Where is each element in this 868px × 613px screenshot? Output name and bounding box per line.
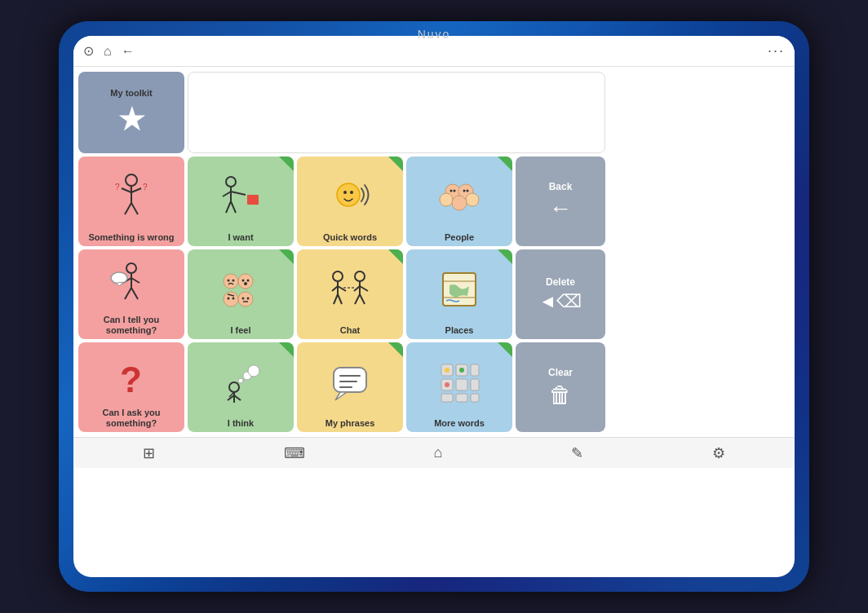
svg-point-0 bbox=[126, 174, 137, 186]
svg-point-26 bbox=[463, 190, 466, 192]
i-think-icon bbox=[191, 347, 290, 418]
more-options-icon[interactable]: ··· bbox=[768, 42, 785, 60]
delete-button[interactable]: Delete ◄⌫ bbox=[516, 249, 605, 339]
svg-point-91 bbox=[459, 368, 464, 373]
svg-point-46 bbox=[232, 298, 235, 300]
svg-line-14 bbox=[231, 201, 236, 213]
svg-text:?: ? bbox=[143, 183, 148, 192]
svg-point-68 bbox=[229, 382, 239, 392]
svg-text:?: ? bbox=[115, 183, 120, 192]
svg-line-61 bbox=[355, 294, 360, 304]
svg-point-28 bbox=[126, 263, 136, 273]
svg-point-57 bbox=[355, 271, 365, 281]
svg-line-54 bbox=[338, 286, 346, 291]
svg-rect-76 bbox=[334, 368, 366, 392]
i-feel-button[interactable]: I feel bbox=[188, 249, 294, 339]
quick-words-button[interactable]: Quick words bbox=[297, 157, 403, 246]
clear-button[interactable]: Clear 🗑 bbox=[516, 342, 605, 432]
people-icon bbox=[410, 161, 509, 232]
svg-point-43 bbox=[247, 280, 250, 282]
svg-line-4 bbox=[125, 203, 131, 214]
svg-point-22 bbox=[466, 193, 479, 206]
my-phrases-icon bbox=[300, 347, 400, 418]
i-feel-icon bbox=[191, 254, 290, 325]
circle-icon[interactable]: ⊙ bbox=[83, 43, 94, 59]
tablet-screen: ⊙ ⌂ ← ··· My toolkit ★ bbox=[73, 36, 795, 577]
something-wrong-icon: ? ? ! bbox=[82, 161, 181, 232]
places-label: Places bbox=[445, 325, 474, 336]
nav-icons: ⊙ ⌂ ← bbox=[83, 43, 135, 59]
can-i-ask-icon: ? bbox=[82, 347, 181, 408]
category-tag bbox=[388, 157, 403, 171]
svg-point-25 bbox=[454, 190, 456, 192]
svg-line-12 bbox=[231, 192, 246, 195]
can-i-tell-label: Can I tell you something? bbox=[82, 315, 181, 336]
category-tag bbox=[388, 249, 403, 264]
more-words-label: More words bbox=[434, 418, 485, 429]
svg-point-41 bbox=[232, 280, 235, 282]
svg-rect-83 bbox=[471, 364, 479, 376]
text-display-bar bbox=[188, 72, 605, 153]
svg-line-59 bbox=[354, 286, 360, 291]
i-think-button[interactable]: I think bbox=[188, 342, 294, 432]
can-i-tell-button[interactable]: Can I tell you something? bbox=[78, 249, 184, 339]
home-icon[interactable]: ⌂ bbox=[104, 44, 112, 59]
category-tag bbox=[279, 249, 294, 264]
svg-point-27 bbox=[467, 190, 469, 192]
more-words-button[interactable]: More words bbox=[406, 342, 512, 432]
svg-point-73 bbox=[238, 378, 243, 383]
more-words-icon bbox=[410, 347, 509, 418]
svg-line-13 bbox=[226, 201, 231, 213]
category-tag bbox=[498, 249, 512, 264]
svg-line-55 bbox=[334, 294, 338, 304]
svg-point-9 bbox=[226, 177, 236, 187]
svg-point-40 bbox=[228, 280, 230, 282]
svg-line-33 bbox=[131, 288, 138, 299]
svg-point-17 bbox=[343, 191, 347, 194]
svg-point-44 bbox=[244, 282, 247, 285]
back-label: Back bbox=[549, 181, 573, 192]
svg-line-31 bbox=[131, 278, 140, 283]
can-i-ask-button[interactable]: ? Can I ask you something? bbox=[78, 342, 184, 432]
category-tag bbox=[498, 342, 512, 357]
svg-rect-86 bbox=[471, 379, 479, 390]
i-want-button[interactable]: I want bbox=[188, 157, 294, 246]
settings-icon[interactable]: ⚙ bbox=[712, 444, 725, 462]
svg-marker-35 bbox=[117, 282, 123, 286]
i-want-icon bbox=[191, 161, 290, 232]
svg-point-34 bbox=[111, 272, 127, 284]
svg-point-24 bbox=[450, 190, 453, 192]
svg-rect-89 bbox=[471, 394, 479, 402]
svg-point-45 bbox=[228, 298, 230, 300]
chat-button[interactable]: Chat bbox=[297, 249, 403, 339]
trash-icon: 🗑 bbox=[549, 381, 572, 408]
brand-label: Nuvo bbox=[418, 28, 451, 41]
svg-point-42 bbox=[242, 280, 245, 282]
category-tag bbox=[388, 342, 403, 357]
svg-text:!: ! bbox=[129, 184, 131, 192]
back-button[interactable]: Back ← bbox=[516, 157, 605, 246]
something-wrong-button[interactable]: ? ? ! Something is wrong bbox=[78, 157, 184, 246]
my-phrases-button[interactable]: My phrases bbox=[297, 342, 403, 432]
svg-point-37 bbox=[238, 274, 253, 289]
svg-point-48 bbox=[242, 298, 245, 300]
svg-point-21 bbox=[440, 193, 453, 206]
svg-point-23 bbox=[452, 196, 467, 210]
can-i-ask-label: Can I ask you something? bbox=[82, 408, 181, 429]
i-want-label: I want bbox=[228, 232, 253, 243]
star-icon: ★ bbox=[118, 103, 144, 137]
keyboard-icon[interactable]: ⌨ bbox=[284, 444, 305, 462]
svg-rect-85 bbox=[456, 379, 467, 390]
people-button[interactable]: People bbox=[406, 157, 512, 246]
category-tag bbox=[279, 342, 294, 357]
quick-words-label: Quick words bbox=[323, 232, 377, 243]
svg-line-11 bbox=[223, 192, 231, 196]
pen-icon[interactable]: ✎ bbox=[571, 444, 583, 462]
my-toolkit-button[interactable]: My toolkit ★ bbox=[78, 72, 184, 153]
places-button[interactable]: Places bbox=[406, 249, 512, 339]
home-nav-icon[interactable]: ⌂ bbox=[434, 444, 443, 461]
apps-icon[interactable]: ⊞ bbox=[143, 444, 155, 462]
i-think-label: I think bbox=[228, 418, 254, 429]
can-i-tell-icon bbox=[82, 254, 181, 315]
back-arrow-icon[interactable]: ← bbox=[122, 44, 135, 59]
